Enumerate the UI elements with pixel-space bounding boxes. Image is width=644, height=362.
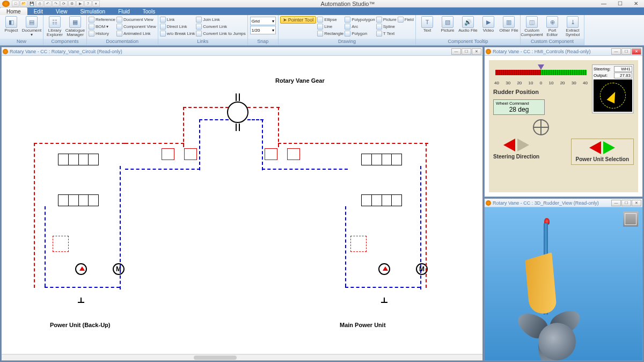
pointer-tool-button[interactable]: ➤Pointer Tool [280, 16, 316, 24]
circuit-window-header[interactable]: Rotary Vane - CC : Rotary_Vane_Circuit (… [2, 47, 482, 56]
child-close-button[interactable]: ✕ [632, 200, 641, 206]
qat-config-icon[interactable]: ⚙ [68, 1, 76, 7]
wo-break-link-button[interactable]: w/o Break Link [160, 30, 195, 37]
workspace: Rotary Vane - CC : Rotary_Vane_Circuit (… [0, 46, 644, 362]
convert-link-button[interactable]: Convert Link [196, 23, 246, 30]
cat-mgr-label: Catalogue Manager [65, 28, 85, 37]
ribbon-group-snap: Grid▾ 1/20▾ Snap [248, 15, 279, 45]
qat-print-icon[interactable]: ⎙ [36, 1, 43, 7]
steer-right-button[interactable] [517, 139, 529, 151]
catalogue-manager-button[interactable]: ▦Catalogue Manager [65, 16, 85, 37]
snap-value-select[interactable]: 1/20▾ [250, 26, 276, 34]
compass-panel: Steering:WH1 Output:27.83 [592, 64, 634, 113]
tab-tools[interactable]: Tools [136, 8, 162, 15]
tab-simulation[interactable]: Simulation [74, 8, 112, 15]
child-max-button[interactable]: ☐ [621, 200, 631, 206]
qat-play-icon[interactable]: ▶ [76, 1, 84, 7]
qat-save-icon[interactable]: 💾 [28, 1, 35, 7]
hmi-window: Rotary Vane - CC : HMI_Controls (Read-on… [484, 47, 643, 197]
tooltip-audio-button[interactable]: 🔊Audio File [458, 16, 478, 33]
snap-grid-select[interactable]: Grid▾ [250, 17, 276, 25]
pointer-icon: ➤ [283, 17, 287, 23]
relief-right [350, 236, 367, 252]
child-max-button[interactable]: ☐ [462, 48, 471, 55]
library-explorer-button[interactable]: ☷Library Explorer [45, 16, 64, 37]
check-right-2 [287, 148, 300, 160]
polypolygon-button[interactable]: Polypolygon [345, 16, 375, 23]
field-button[interactable]: Field [398, 16, 414, 23]
child-close-button[interactable]: ✕ [632, 48, 641, 55]
steering-dir-label: Steering Direction [493, 154, 539, 160]
bom-button[interactable]: BOM ▾ [89, 23, 115, 30]
spline-button[interactable]: Spline [376, 23, 397, 30]
hmi-window-header[interactable]: Rotary Vane - CC : HMI_Controls (Read-on… [485, 47, 642, 56]
project-label: Project [5, 28, 18, 33]
circuit-canvas[interactable]: Rotary Vane Gear Power Unit (Back-Up) Ma… [2, 56, 482, 354]
compass-display [594, 79, 632, 112]
component-view-button[interactable]: Component View [116, 23, 156, 30]
convert-link-jumps-button[interactable]: Convert Link to Jumps [196, 30, 246, 37]
view-cube[interactable] [623, 212, 638, 227]
pump-right [378, 263, 390, 275]
custom-component-button[interactable]: ◫Custom Component [522, 16, 541, 37]
child-min-button[interactable]: — [611, 48, 621, 55]
minimize-button[interactable]: — [596, 0, 612, 8]
window-icon [486, 49, 491, 54]
port-editor-button[interactable]: ⊕Port Editor [543, 16, 562, 37]
tab-home[interactable]: Home [0, 8, 27, 15]
line [345, 287, 420, 288]
power-backup-button[interactable] [589, 141, 601, 154]
circuit-window-title: Rotary Vane - CC : Rotary_Vane_Circuit (… [10, 49, 122, 54]
qat-redo-icon[interactable]: ↷ [52, 1, 60, 7]
qat-help-icon[interactable]: ? [84, 1, 92, 7]
steer-left-button[interactable] [503, 139, 515, 151]
tab-edit[interactable]: Edit [27, 8, 49, 15]
rectangle-button[interactable]: Rectangle [317, 30, 343, 37]
direct-link-button[interactable]: Direct Link [160, 23, 195, 30]
qat-expand-icon[interactable]: ▾ [92, 1, 100, 7]
qat-new-icon[interactable]: □ [12, 1, 19, 7]
view3d-window-header[interactable]: Rotary Vane - CC : 3D_Rudder_View (Read-… [485, 199, 642, 207]
history-button[interactable]: History [89, 30, 115, 37]
child-min-button[interactable]: — [451, 48, 461, 55]
tab-fluid[interactable]: Fluid [112, 8, 136, 15]
document-button[interactable]: ▤Document▾ [22, 16, 41, 37]
power-main-button[interactable] [603, 141, 615, 154]
text-button[interactable]: T Text [376, 30, 397, 37]
child-max-button[interactable]: ☐ [621, 48, 631, 55]
qat-undo-icon[interactable]: ↶ [44, 1, 52, 7]
doc-view-icon [116, 17, 122, 23]
document-view-button[interactable]: Document View [116, 16, 156, 23]
tab-view[interactable]: View [49, 8, 74, 15]
horizontal-scrollbar[interactable] [2, 354, 482, 360]
view3d-viewport[interactable] [485, 207, 642, 360]
tooltip-other-button[interactable]: ▥Other File [499, 16, 518, 33]
circuit-title-label: Rotary Vane Gear [275, 77, 325, 84]
child-min-button[interactable]: — [611, 200, 621, 206]
tooltip-picture-button[interactable]: ▧Picture [438, 16, 457, 33]
valve-left-upper [58, 154, 99, 165]
project-button[interactable]: ◧Project [2, 16, 21, 33]
picture-button[interactable]: Picture [376, 16, 397, 23]
ribbon-group-custom: ◫Custom Component ⊕Port Editor ⤓Extract … [521, 15, 584, 45]
polygon-button[interactable]: Polygon [345, 30, 375, 37]
close-button[interactable]: ✕ [628, 0, 644, 8]
field-icon [398, 17, 404, 23]
extract-symbol-button[interactable]: ⤓Extract Symbol [563, 16, 582, 37]
line-button[interactable]: Line [317, 23, 343, 30]
animated-link-button[interactable]: Animated Link [116, 30, 156, 37]
valve-right-lower [361, 194, 402, 206]
arc-button[interactable]: Arc [345, 23, 375, 30]
steering-wheel-icon[interactable] [533, 119, 549, 135]
link-button[interactable]: Link [160, 16, 195, 23]
qat-refresh-icon[interactable]: ⟳ [60, 1, 68, 7]
join-link-button[interactable]: Join Link [196, 16, 246, 23]
child-close-button[interactable]: ✕ [472, 48, 481, 55]
maximize-button[interactable]: ☐ [612, 0, 628, 8]
tooltip-text-button[interactable]: TText [418, 16, 437, 33]
tooltip-video-button[interactable]: ▶Video [479, 16, 498, 33]
reference-button[interactable]: Reference [89, 16, 115, 23]
ellipse-button[interactable]: Ellipse [317, 16, 343, 23]
qat-open-icon[interactable]: 📂 [20, 1, 27, 7]
line [45, 206, 46, 287]
